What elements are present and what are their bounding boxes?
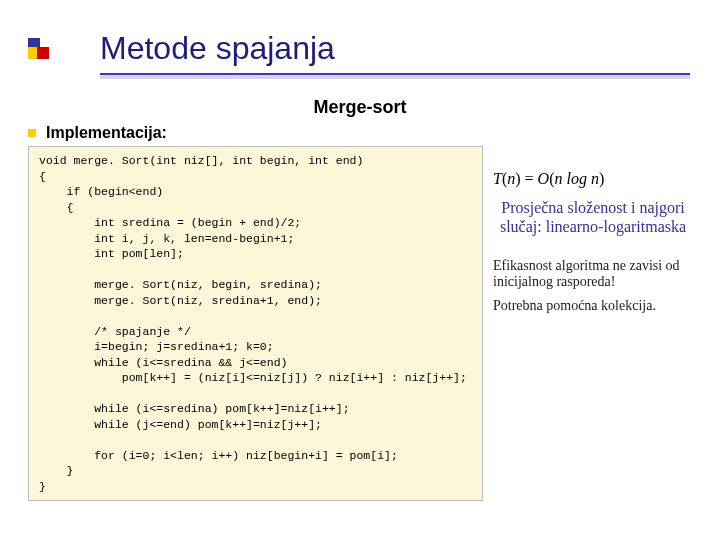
note-efficiency: Efikasnost algoritma ne zavisi od inicij… xyxy=(493,258,693,290)
title-underline xyxy=(100,73,690,79)
section-heading: Implementacija: xyxy=(0,124,720,142)
avg-case-text: Prosječna složenost i najgori slučaj: li… xyxy=(493,198,693,236)
page-title: Metode spajanja xyxy=(100,30,720,67)
complexity-formula: T(n) = O(n log n) xyxy=(493,170,693,188)
code-block: void merge. Sort(int niz[], int begin, i… xyxy=(28,146,483,501)
section-label: Implementacija: xyxy=(46,124,167,142)
content-row: void merge. Sort(int niz[], int begin, i… xyxy=(0,146,720,501)
subtitle: Merge-sort xyxy=(0,97,720,118)
note-auxiliary: Potrebna pomoćna kolekcija. xyxy=(493,298,693,314)
bullet-icon xyxy=(28,129,36,137)
slide-header: Metode spajanja xyxy=(0,0,720,87)
sidebar-notes: T(n) = O(n log n) Prosječna složenost i … xyxy=(493,146,693,501)
square-icon xyxy=(37,47,49,59)
